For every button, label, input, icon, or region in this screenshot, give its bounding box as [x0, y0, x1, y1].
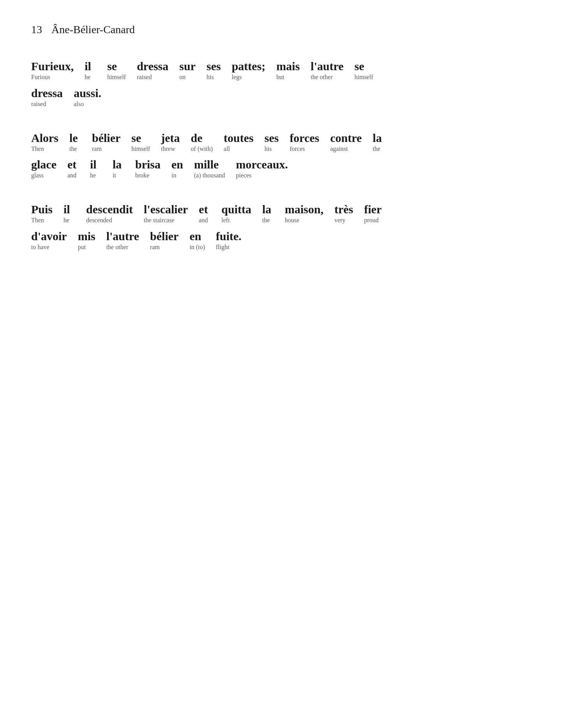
page-number: 13: [31, 23, 42, 36]
french-word: en: [189, 229, 201, 243]
word-unit: ilhe: [85, 59, 96, 81]
french-word: mille: [194, 158, 219, 172]
english-translation: proud: [364, 216, 378, 225]
word-unit: forcesforces: [289, 131, 319, 153]
english-translation: Then: [31, 145, 44, 153]
word-unit: etand: [67, 158, 79, 180]
word-unit: PuisThen: [31, 202, 53, 225]
word-unit: trèsvery: [334, 202, 353, 225]
word-unit: ilhe: [64, 202, 75, 225]
word-unit: glaceglass: [31, 158, 56, 180]
word-unit: bélierram: [92, 131, 120, 153]
english-translation: (a) thousand: [194, 172, 225, 180]
chapter-header: 13 Âne-Bélier-Canard: [31, 23, 532, 36]
word-unit: morceaux.pieces: [236, 158, 288, 180]
sentences-container: Furieux,Furiousilhesehimselfdressaraised…: [31, 59, 532, 255]
english-translation: it: [113, 172, 116, 180]
english-translation: legs: [232, 73, 242, 81]
english-translation: on: [179, 73, 185, 81]
word-unit: descenditdescended: [86, 202, 133, 225]
french-word: mais: [276, 59, 300, 73]
french-word: sur: [179, 59, 196, 73]
word-unit: toutesall: [224, 131, 254, 153]
french-word: dressa: [137, 59, 168, 73]
french-word: la: [113, 158, 122, 172]
word-unit: quittaleft: [221, 202, 251, 225]
french-word: bélier: [150, 229, 178, 243]
french-word: mis: [78, 229, 95, 243]
word-unit: Furieux,Furious: [31, 59, 74, 81]
english-translation: descended: [86, 216, 112, 225]
word-unit: enin: [171, 158, 183, 180]
word-unit: l'escalierthe staircase: [144, 202, 188, 225]
french-word: l'escalier: [144, 202, 188, 216]
french-word: fuite.: [216, 229, 242, 243]
french-word: jeta: [161, 131, 180, 145]
french-word: ses: [265, 131, 279, 145]
sentence-3-line-2: d'avoirto havemisputl'autrethe otherbéli…: [31, 229, 532, 255]
word-unit: dressaraised: [31, 86, 63, 108]
french-word: se: [107, 59, 117, 73]
english-translation: pieces: [236, 172, 252, 180]
word-unit: aussi.also: [74, 86, 101, 108]
word-unit: contreagainst: [330, 131, 362, 153]
french-word: l'autre: [106, 229, 139, 243]
french-word: la: [373, 131, 382, 145]
word-unit: lathe: [262, 202, 274, 225]
word-unit: ilhe: [90, 158, 102, 180]
french-word: de: [191, 131, 203, 145]
sentence-1: Furieux,Furiousilhesehimselfdressaraised…: [31, 59, 532, 112]
word-unit: AlorsThen: [31, 131, 58, 153]
french-word: il: [90, 158, 97, 172]
word-unit: fierproud: [364, 202, 381, 225]
sentence-1-line-2: dressaraisedaussi.also: [31, 86, 532, 112]
word-unit: lethe: [69, 131, 81, 153]
french-word: aussi.: [74, 86, 101, 100]
word-unit: lathe: [373, 131, 385, 153]
french-word: en: [171, 158, 183, 172]
french-word: il: [64, 202, 70, 216]
word-unit: deof (with): [191, 131, 213, 153]
french-word: morceaux.: [236, 158, 288, 172]
english-translation: himself: [107, 73, 126, 81]
french-word: d'avoir: [31, 229, 67, 243]
french-word: l'autre: [311, 59, 343, 73]
english-translation: but: [276, 73, 284, 81]
english-translation: the: [373, 145, 381, 153]
french-word: pattes;: [232, 59, 266, 73]
word-unit: d'avoirto have: [31, 229, 67, 252]
word-unit: pattes;legs: [232, 59, 266, 81]
sentence-2-line-2: glaceglassetandilhelaitbrisabrokeeninmil…: [31, 158, 532, 183]
french-word: se: [131, 131, 141, 145]
word-unit: sehimself: [131, 131, 150, 153]
english-translation: very: [334, 216, 345, 225]
english-translation: glass: [31, 172, 44, 180]
english-translation: house: [285, 216, 299, 225]
word-unit: sehimself: [107, 59, 126, 81]
word-unit: brisabroke: [135, 158, 161, 180]
english-translation: flight: [216, 243, 229, 252]
french-word: forces: [289, 131, 319, 145]
english-translation: his: [265, 145, 272, 153]
english-translation: to have: [31, 243, 49, 252]
french-word: se: [355, 59, 364, 73]
sentence-2-line-1: AlorsThenlethebélierramsehimselfjetathre…: [31, 131, 532, 156]
word-unit: l'autrethe other: [106, 229, 139, 252]
word-unit: etand: [199, 202, 210, 225]
french-word: Furieux,: [31, 59, 74, 73]
word-unit: sehimself: [355, 59, 373, 81]
english-translation: Furious: [31, 73, 50, 81]
english-translation: the staircase: [144, 216, 175, 225]
word-unit: enin (to): [189, 229, 205, 252]
word-unit: l'autrethe other: [311, 59, 343, 81]
french-word: bélier: [92, 131, 120, 145]
english-translation: Then: [31, 216, 44, 225]
word-unit: dressaraised: [137, 59, 168, 81]
english-translation: ram: [150, 243, 160, 252]
french-word: maison,: [285, 202, 323, 216]
word-unit: mille(a) thousand: [194, 158, 225, 180]
word-unit: jetathrew: [161, 131, 180, 153]
french-word: et: [199, 202, 208, 216]
french-word: contre: [330, 131, 362, 145]
sentence-2: AlorsThenlethebélierramsehimselfjetathre…: [31, 131, 532, 183]
